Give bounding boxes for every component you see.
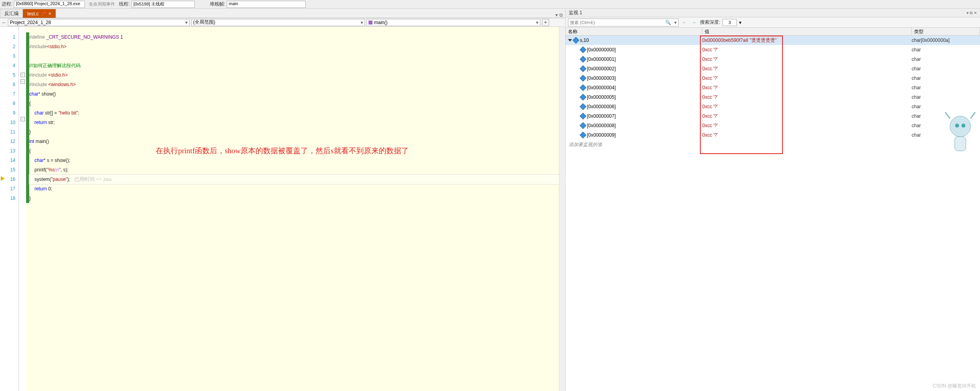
watermark: CSDN @睡觉待开机 (933, 383, 976, 389)
process-combo[interactable]: [0x6B60] Project_2024_1_28.exe (14, 1, 85, 8)
watch-row[interactable]: [0x00000005]0xcc '?'char (566, 92, 980, 102)
watch-row[interactable]: [0x00000007]0xcc '?'char (566, 111, 980, 121)
dropdown-icon[interactable]: ▾ (555, 12, 558, 18)
pin-icon[interactable]: 📌 (41, 11, 46, 16)
watch-panel-header: 监视 1 ▾ ⧉ ✕ (566, 9, 980, 17)
perf-hint: 已用时间 <= 2ms (70, 176, 112, 182)
document-tabs: 反汇编 test.c 📌 ✕ ▾ ⧉ (0, 9, 565, 18)
process-label: 进程: (2, 1, 12, 8)
watch-row[interactable]: [0x00000008]0xcc '?'char (566, 121, 980, 130)
depth-input[interactable]: 3 (722, 19, 737, 26)
project-scope-combo[interactable]: Project_2024_1_28▾ (8, 19, 190, 26)
stackframe-label: 堆栈帧: (210, 1, 225, 8)
current-line-arrow-icon (1, 176, 5, 181)
var-icon (580, 94, 587, 101)
code-editor[interactable]: 123456789 101112131415161718 − − − #defi… (0, 27, 565, 391)
search-icon[interactable]: 🔍 (664, 20, 673, 25)
search-input[interactable] (568, 20, 664, 25)
svg-point-0 (950, 116, 971, 137)
watch-row[interactable]: [0x00000001]0xcc '?'char (566, 55, 980, 64)
mascot-image (943, 111, 978, 162)
var-icon (580, 66, 587, 72)
col-header-name[interactable]: 名称 (566, 28, 702, 35)
svg-line-4 (945, 112, 950, 118)
col-header-value[interactable]: 值 (702, 28, 912, 35)
clear-icon[interactable]: ▾ (673, 20, 678, 25)
watch-body: s,10 0x000000beb590f7a8 "烫烫烫烫烫" char[0x0… (566, 36, 980, 391)
watch-row[interactable]: [0x00000006]0xcc '?'char (566, 102, 980, 111)
window-icon[interactable]: ⧉ (559, 12, 563, 18)
watch-row[interactable]: [0x00000009]0xcc '?'char (566, 130, 980, 140)
var-icon (580, 75, 587, 82)
thread-label: 线程: (119, 1, 130, 8)
nav-prev-icon[interactable]: ← (681, 19, 688, 26)
watch-column-headers: 名称 值 类型 (566, 28, 980, 36)
tab-disassembly[interactable]: 反汇编 (0, 9, 23, 18)
watch-row[interactable]: [0x00000002]0xcc '?'char (566, 64, 980, 73)
watch-row[interactable]: [0x00000004]0xcc '?'char (566, 83, 980, 92)
fold-gutter: − − − (19, 27, 26, 391)
var-icon (580, 122, 587, 129)
expand-icon[interactable] (568, 39, 572, 41)
depth-label: 搜索深度: (700, 19, 720, 26)
tab-label: test.c (27, 11, 39, 17)
debug-toolbar: 进程: [0x6B60] Project_2024_1_28.exe 生命周期事… (0, 0, 980, 9)
watch-row-root[interactable]: s,10 0x000000beb590f7a8 "烫烫烫烫烫" char[0x0… (566, 36, 980, 45)
watch-row[interactable]: [0x00000000]0xcc '?'char (566, 45, 980, 55)
var-icon (580, 113, 587, 120)
change-bar (26, 32, 29, 203)
code-nav-bar: ↔ Project_2024_1_28▾ (全局范围)▾ main()▾ ＋ (0, 18, 565, 27)
filter-combo[interactable]: (全局范围)▾ (191, 19, 365, 26)
watch-row[interactable]: [0x00000003]0xcc '?'char (566, 73, 980, 83)
watch-search-box[interactable]: 🔍 ▾ (568, 19, 679, 26)
col-header-type[interactable]: 类型 (912, 28, 980, 35)
var-icon (580, 132, 587, 139)
panel-menu-icon[interactable]: ▾ ⧉ ✕ (967, 11, 977, 15)
depth-dropdown-icon[interactable]: ▾ (739, 20, 741, 25)
nav-next-icon[interactable]: → (690, 19, 698, 26)
watch-toolbar: 🔍 ▾ ← → 搜索深度: 3 ▾ (566, 17, 980, 28)
lifecycle-events-button[interactable]: 生命周期事件 (87, 1, 117, 8)
split-plus-icon[interactable]: ＋ (542, 19, 549, 26)
nav-back-icon[interactable]: ↔ (2, 20, 6, 25)
line-number-gutter: 123456789 101112131415161718 (0, 27, 19, 391)
cube-icon (369, 21, 372, 24)
watch-title: 监视 1 (569, 9, 582, 16)
thread-combo[interactable]: [0x5198] 主线程 (132, 1, 195, 8)
fold-toggle[interactable]: − (21, 73, 25, 77)
var-icon (580, 85, 587, 91)
close-icon[interactable]: ✕ (48, 11, 51, 16)
svg-line-5 (971, 112, 975, 118)
var-icon (580, 47, 587, 53)
var-icon (580, 56, 587, 63)
function-combo[interactable]: main()▾ (367, 19, 540, 26)
tab-test-c[interactable]: test.c 📌 ✕ (23, 9, 56, 18)
var-icon (580, 103, 587, 110)
svg-point-2 (961, 124, 965, 128)
vertical-scrollbar[interactable] (559, 27, 565, 391)
fold-toggle[interactable]: − (21, 117, 25, 121)
add-watch-prompt[interactable]: 添加要监视的项 (566, 140, 980, 149)
svg-rect-3 (955, 137, 966, 151)
var-icon (573, 37, 579, 44)
fold-toggle[interactable]: − (21, 79, 25, 84)
stackframe-combo[interactable]: main (227, 1, 306, 8)
svg-point-1 (955, 124, 959, 128)
